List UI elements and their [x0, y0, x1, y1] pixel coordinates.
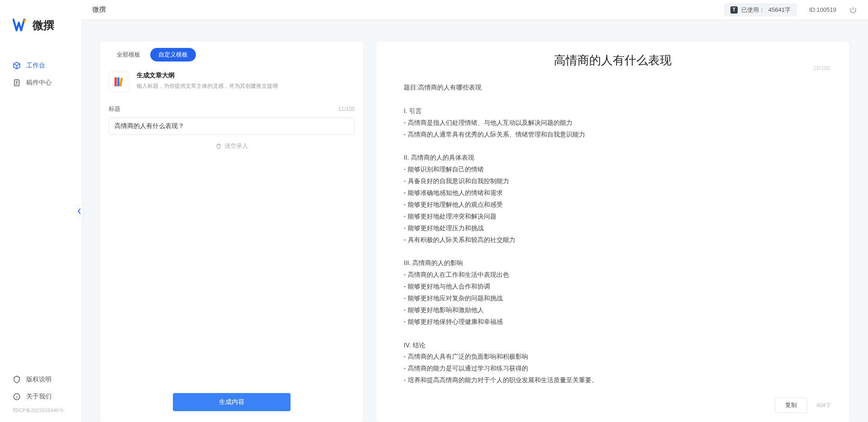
tab-custom-templates[interactable]: 自定义模板 — [150, 48, 196, 62]
tab-all-templates[interactable]: 全部模板 — [109, 48, 148, 62]
sidebar-item-label: 版权说明 — [26, 375, 52, 384]
word-count: 404字 — [816, 402, 831, 409]
sidebar-collapse-handle[interactable] — [75, 205, 83, 218]
panel-template: 全部模板 自定义模板 生成文章大纲 输入标题，为你提供文章主体的灵感，并为其创建… — [100, 42, 363, 422]
title-label: 标题 — [109, 105, 120, 113]
logo-text: 微撰 — [33, 18, 54, 33]
generate-button[interactable]: 生成内容 — [173, 393, 291, 411]
sidebar-item-drafts[interactable]: 稿件中心 — [0, 74, 81, 91]
usage-value: 45641字 — [768, 6, 791, 14]
topbar: 微撰 T 已使用： 45641字 ID:100519 — [81, 0, 868, 20]
panel-result: 高情商的人有什么表现 10/100 题目:高情商的人有哪些表现 I. 引言 - … — [377, 42, 849, 422]
logo: 微撰 — [0, 18, 81, 48]
sidebar-item-label: 关于我们 — [26, 393, 52, 401]
tabs: 全部模板 自定义模板 — [100, 42, 363, 62]
usage-badge[interactable]: T 已使用： 45641字 — [725, 4, 796, 16]
clear-label: 清空录入 — [224, 142, 248, 150]
chevron-left-icon — [77, 208, 81, 214]
books-icon — [109, 71, 129, 92]
sidebar-item-label: 工作台 — [26, 62, 45, 70]
sidebar-item-about[interactable]: 关于我们 — [0, 388, 81, 405]
usage-label: 已使用： — [741, 6, 765, 14]
svg-rect-2 — [114, 77, 117, 86]
icp-text: 鄂ICP备2022016946号 — [0, 405, 81, 418]
svg-rect-3 — [117, 77, 119, 86]
text-token-icon: T — [730, 6, 738, 14]
template-card: 生成文章大纲 输入标题，为你提供文章主体的灵感，并为其创建推文提纲 — [100, 62, 363, 97]
topbar-right: T 已使用： 45641字 ID:100519 — [725, 4, 857, 16]
main: 全部模板 自定义模板 生成文章大纲 输入标题，为你提供文章主体的灵感，并为其创建… — [81, 20, 868, 422]
form-header: 标题 11/100 — [109, 105, 355, 113]
doc-icon — [13, 79, 21, 87]
logo-icon — [13, 19, 28, 32]
sidebar-item-workspace[interactable]: 工作台 — [0, 57, 81, 74]
clear-input-button[interactable]: 清空录入 — [100, 135, 363, 157]
info-icon — [13, 393, 21, 401]
template-info: 生成文章大纲 输入标题，为你提供文章主体的灵感，并为其创建推文提纲 — [137, 71, 355, 92]
form-block: 标题 11/100 — [100, 97, 363, 135]
title-counter: 11/100 — [338, 106, 355, 112]
result-title-counter: 10/100 — [813, 65, 830, 71]
title-input[interactable] — [109, 118, 355, 135]
result-footer: 复制 404字 — [377, 390, 849, 422]
template-desc: 输入标题，为你提供文章主体的灵感，并为其创建推文提纲 — [137, 82, 355, 90]
svg-rect-4 — [119, 78, 123, 87]
power-icon[interactable] — [849, 6, 857, 14]
result-body[interactable]: 题目:高情商的人有哪些表现 I. 引言 - 高情商是指人们处理情绪、与他人互动以… — [377, 71, 849, 390]
page-title: 微撰 — [92, 5, 106, 14]
user-id: ID:100519 — [809, 6, 836, 13]
nav-list: 工作台 稿件中心 — [0, 57, 81, 371]
sidebar-item-copyright[interactable]: 版权说明 — [0, 371, 81, 388]
result-title[interactable]: 高情商的人有什么表现 — [377, 52, 849, 68]
trash-icon — [215, 143, 222, 149]
nav-footer: 版权说明 关于我们 鄂ICP备2022016946号 — [0, 371, 81, 422]
sidebar: 微撰 工作台 稿件中心 版权说明 关于我们 鄂ICP — [0, 0, 81, 422]
copy-button[interactable]: 复制 — [775, 398, 807, 413]
sidebar-item-label: 稿件中心 — [26, 79, 52, 87]
shield-icon — [13, 375, 21, 384]
cube-icon — [13, 62, 21, 70]
template-title: 生成文章大纲 — [137, 71, 355, 80]
